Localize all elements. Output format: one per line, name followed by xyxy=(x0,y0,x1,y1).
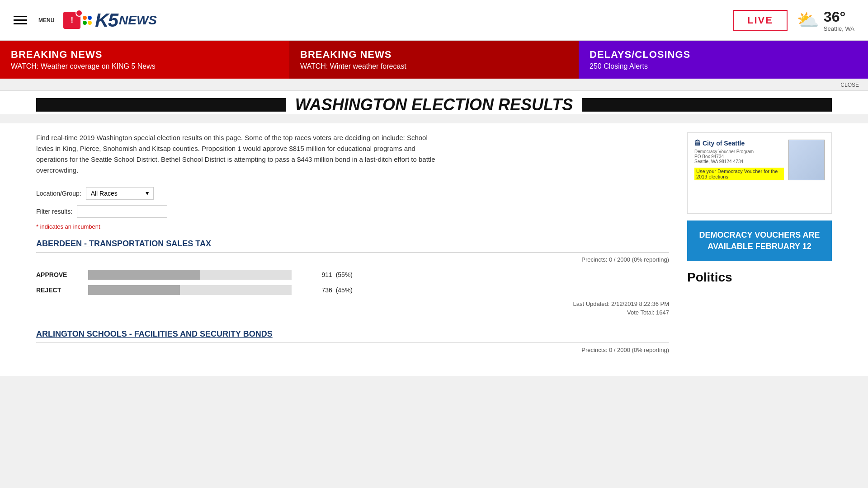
location: Seattle, WA xyxy=(824,25,854,32)
vote-bar-reject xyxy=(88,285,180,295)
breaking-label-3: DELAYS/CLOSINGS xyxy=(590,49,857,61)
race-arlington: ARLINGTON SCHOOLS - FACILITIES AND SECUR… xyxy=(36,329,669,353)
title-line-left xyxy=(36,98,286,112)
election-title-bar: WASHINGTON ELECTION RESULTS xyxy=(0,91,868,114)
left-content: Find real-time 2019 Washington special e… xyxy=(36,123,669,376)
breaking-subtitle-2: WATCH: Winter weather forecast xyxy=(300,62,568,70)
breaking-news-bar: BREAKING NEWS WATCH: Weather coverage on… xyxy=(0,41,868,79)
breaking-panel-2[interactable]: BREAKING NEWS WATCH: Winter weather fore… xyxy=(289,41,579,79)
ad-content: 🏛 City of Seattle Democracy Voucher Prog… xyxy=(694,140,825,183)
election-title: WASHINGTON ELECTION RESULTS xyxy=(295,95,573,114)
breaking-subtitle-3: 250 Closing Alerts xyxy=(590,62,857,70)
last-updated-aberdeen: Last Updated: 2/12/2019 8:22:36 PM xyxy=(36,300,669,307)
breaking-panel-1[interactable]: BREAKING NEWS WATCH: Weather coverage on… xyxy=(0,41,289,79)
candidate-name-reject: REJECT xyxy=(36,286,81,294)
vote-bar-approve xyxy=(88,270,200,280)
ad-ballot-image xyxy=(788,140,825,180)
filter-results-input[interactable] xyxy=(77,205,167,218)
democracy-voucher-cta[interactable]: DEMOCRACY VOUCHERS ARE AVAILABLE FEBRUAR… xyxy=(687,221,832,261)
location-filter-row: Location/Group: All Races ▼ xyxy=(36,187,669,200)
candidate-approve: APPROVE 911 (55%) xyxy=(36,270,669,280)
king5-text: K5 xyxy=(95,9,118,31)
close-button[interactable]: CLOSE xyxy=(840,82,859,88)
vote-count-reject: 736 (45%) xyxy=(298,286,353,294)
close-bar: CLOSE xyxy=(0,79,868,91)
race-title-aberdeen[interactable]: ABERDEEN - TRANSPORTATION SALES TAX xyxy=(36,239,669,253)
filter-results-label: Filter results: xyxy=(36,208,72,215)
king5-news-label: NEWS xyxy=(119,13,157,28)
vote-count-approve: 911 (55%) xyxy=(298,271,353,278)
vote-bar-reject-container xyxy=(88,285,292,295)
incumbent-note: * indicates an incumbent xyxy=(36,223,669,230)
ad-address: Democracy Voucher ProgramPO Box 94734Sea… xyxy=(694,149,784,164)
breaking-label-1: BREAKING NEWS xyxy=(11,49,278,61)
header-right: LIVE ⛅ 36° Seattle, WA xyxy=(733,9,854,32)
candidate-name-approve: APPROVE xyxy=(36,271,81,278)
ad-highlight: Use your Democracy Voucher for the 2019 … xyxy=(694,168,784,180)
politics-heading: Politics xyxy=(687,270,832,285)
ad-ballot-text xyxy=(804,150,809,170)
location-select-wrapper: All Races ▼ xyxy=(86,187,154,200)
race-title-arlington[interactable]: ARLINGTON SCHOOLS - FACILITIES AND SECUR… xyxy=(36,329,669,343)
ad-card[interactable]: 🏛 City of Seattle Democracy Voucher Prog… xyxy=(687,132,832,214)
precincts-arlington: Precincts: 0 / 2000 (0% reporting) xyxy=(36,347,669,353)
weather-widget: ⛅ 36° Seattle, WA xyxy=(797,9,854,32)
right-sidebar: 🏛 City of Seattle Democracy Voucher Prog… xyxy=(687,123,832,376)
candidate-reject: REJECT 736 (45%) xyxy=(36,285,669,295)
precincts-aberdeen: Precincts: 0 / 2000 (0% reporting) xyxy=(36,256,669,263)
breaking-panel-3[interactable]: DELAYS/CLOSINGS 250 Closing Alerts xyxy=(579,41,868,79)
weather-info: 36° Seattle, WA xyxy=(824,9,854,32)
location-select[interactable]: All Races xyxy=(86,187,154,200)
race-aberdeen: ABERDEEN - TRANSPORTATION SALES TAX Prec… xyxy=(36,239,669,316)
vote-total-aberdeen: Vote Total: 1647 xyxy=(36,309,669,316)
logo-box: ! K5 NEWS xyxy=(63,9,157,31)
cloud-icon: ⛅ xyxy=(797,9,819,31)
breaking-label-2: BREAKING NEWS xyxy=(300,49,568,61)
ad-city-logo: 🏛 City of Seattle xyxy=(694,140,784,147)
live-button[interactable]: LIVE xyxy=(733,10,788,31)
menu-icon[interactable] xyxy=(14,16,27,24)
menu-label[interactable]: MENU xyxy=(38,17,54,23)
king5-logo[interactable]: K5 NEWS xyxy=(83,9,157,31)
page-header: MENU ! xyxy=(0,0,868,41)
title-line-right xyxy=(582,98,832,112)
breaking-subtitle-1: WATCH: Weather coverage on KING 5 News xyxy=(11,62,278,70)
alert-icon: ! xyxy=(63,12,80,29)
header-left: MENU ! xyxy=(14,9,157,31)
ad-text: 🏛 City of Seattle Democracy Voucher Prog… xyxy=(694,140,784,183)
filter-results-row: Filter results: xyxy=(36,205,669,218)
location-filter-label: Location/Group: xyxy=(36,190,81,197)
temperature: 36° xyxy=(824,9,854,25)
vote-bar-approve-container xyxy=(88,270,292,280)
content-area: Find real-time 2019 Washington special e… xyxy=(0,123,868,376)
page-description: Find real-time 2019 Washington special e… xyxy=(36,132,443,176)
